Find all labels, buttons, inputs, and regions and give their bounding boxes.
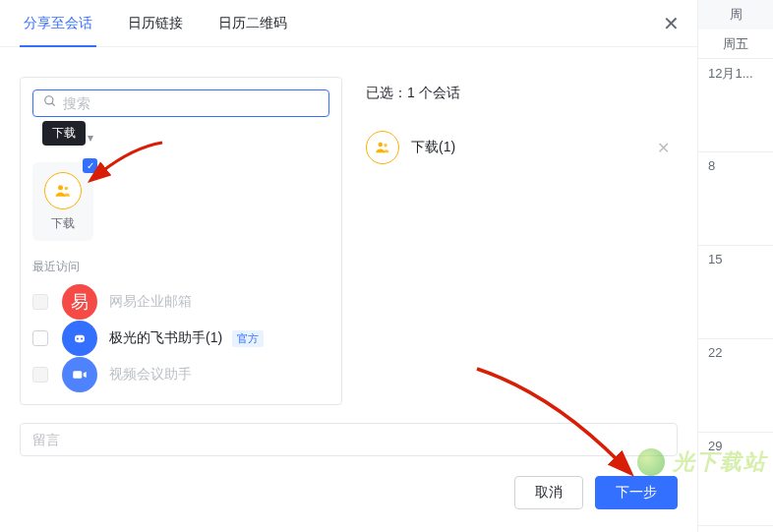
contact-card-label: 下载 [51, 215, 75, 232]
item-label: 网易企业邮箱 [109, 293, 192, 311]
tooltip-text: 下载 [52, 126, 76, 140]
cancel-label: 取消 [535, 484, 563, 502]
tab-share-to-chat[interactable]: 分享至会话 [20, 0, 96, 47]
checkbox[interactable] [32, 330, 48, 346]
selected-count: 1 个会话 [407, 85, 460, 100]
search-input-wrapper[interactable] [32, 89, 329, 117]
close-icon[interactable]: ✕ [663, 14, 680, 33]
list-item-video: 视频会议助手 [32, 356, 329, 392]
item-label: 视频会议助手 [109, 366, 192, 384]
tab-link-label: 日历链接 [128, 15, 183, 32]
svg-point-6 [77, 337, 79, 339]
list-item-jiguang[interactable]: 极光的飞书助手(1) 官方 [32, 320, 329, 356]
message-field-wrapper [20, 423, 678, 456]
svg-line-1 [52, 103, 55, 106]
list-item-netease: 易 网易企业邮箱 [32, 283, 329, 320]
check-icon: ✓ [83, 158, 97, 173]
item-text: 极光的飞书助手(1) [109, 329, 222, 345]
calendar-strip: 周 周五 12月1... 8 15 22 29 [697, 0, 773, 532]
item-label: 极光的飞书助手(1) 官方 [109, 329, 264, 347]
avatar-video-icon [62, 357, 97, 392]
share-dialog: 分享至会话 日历链接 日历二维码 ✕ 下载 ▾ ✓ [0, 0, 697, 532]
filter-tooltip: 下载 [42, 121, 86, 146]
svg-point-7 [81, 337, 83, 339]
contact-card-download[interactable]: ✓ 下载 [32, 162, 93, 241]
tab-qrcode-label: 日历二维码 [218, 15, 287, 32]
svg-point-9 [379, 143, 384, 148]
selected-header: 已选：1 个会话 [366, 85, 678, 102]
svg-point-0 [45, 96, 53, 104]
section-recent-title: 最近访问 [32, 259, 329, 275]
search-input[interactable] [63, 95, 319, 111]
selected-item: 下载(1) ✕ [366, 126, 678, 169]
svg-point-3 [65, 186, 69, 190]
calendar-header-day: 周五 [698, 30, 773, 59]
group-icon [44, 172, 82, 209]
calendar-cell[interactable]: 8 [698, 152, 773, 246]
remove-icon[interactable]: ✕ [657, 139, 678, 157]
selected-item-name: 下载(1) [411, 139, 657, 156]
chevron-down-icon[interactable]: ▾ [88, 131, 93, 145]
tab-calendar-qrcode[interactable]: 日历二维码 [214, 0, 291, 47]
next-button[interactable]: 下一步 [595, 476, 678, 509]
cancel-button[interactable]: 取消 [514, 476, 583, 509]
dialog-body: 下载 ▾ ✓ 下载 最近访问 易 网易企业邮箱 [0, 47, 697, 411]
selected-prefix: 已选： [366, 85, 407, 100]
calendar-cell[interactable]: 29 [698, 433, 773, 526]
next-label: 下一步 [616, 484, 657, 502]
official-badge: 官方 [232, 330, 264, 347]
search-icon [43, 94, 57, 111]
calendar-cell[interactable]: 15 [698, 246, 773, 339]
svg-point-2 [58, 185, 63, 190]
group-icon [366, 131, 399, 164]
tab-calendar-link[interactable]: 日历链接 [124, 0, 187, 47]
svg-point-10 [384, 144, 386, 147]
dialog-footer: 取消 下一步 [0, 456, 697, 529]
filter-row: 下载 ▾ [32, 127, 329, 148]
recent-card-row: ✓ 下载 [32, 162, 329, 241]
message-input[interactable] [20, 423, 678, 456]
svg-rect-8 [73, 371, 82, 379]
avatar-netease-icon: 易 [62, 284, 97, 320]
calendar-cell[interactable]: 12月1... [698, 59, 773, 152]
tab-bar: 分享至会话 日历链接 日历二维码 ✕ [0, 0, 697, 47]
contact-picker-panel: 下载 ▾ ✓ 下载 最近访问 易 网易企业邮箱 [20, 77, 342, 405]
calendar-header-week: 周 [698, 0, 773, 30]
tab-share-label: 分享至会话 [24, 15, 92, 32]
calendar-cell[interactable]: 22 [698, 339, 773, 433]
checkbox-disabled [32, 367, 48, 383]
svg-rect-5 [75, 334, 85, 342]
checkbox-disabled [32, 294, 48, 310]
avatar-bot-icon [62, 321, 97, 356]
selected-panel: 已选：1 个会话 下载(1) ✕ [342, 77, 678, 405]
